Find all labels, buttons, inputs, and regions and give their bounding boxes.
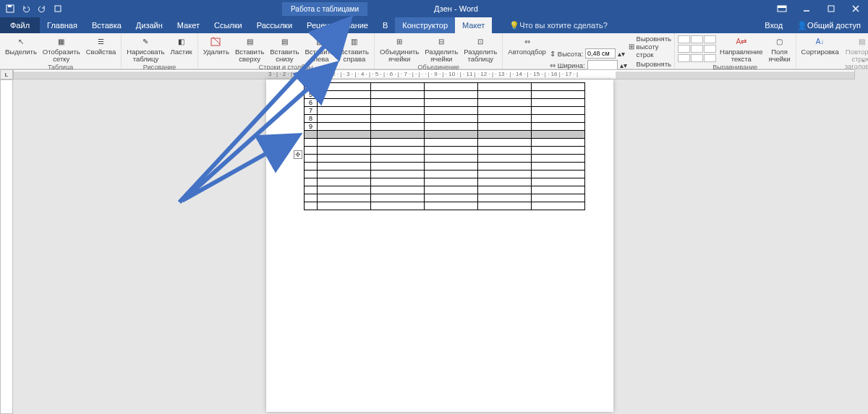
table-cell[interactable] [425,123,478,131]
row-number-cell[interactable] [305,178,318,186]
table-row[interactable] [305,163,585,171]
table-cell[interactable] [532,171,585,178]
align-ml[interactable] [678,45,690,53]
table-row[interactable]: 4 [305,83,585,91]
table-cell[interactable] [371,131,425,139]
tab-view[interactable]: В [375,17,395,33]
align-mr[interactable] [704,45,716,53]
insert-left-button[interactable]: ▥Вставить слева [302,35,336,63]
save-icon[interactable] [4,3,16,14]
table-cell[interactable] [371,99,425,107]
table-cell[interactable] [318,155,371,163]
table-cell[interactable] [478,194,532,202]
tab-insert[interactable]: Вставка [85,17,129,33]
table-cell[interactable] [371,202,425,210]
table-cell[interactable] [318,202,371,210]
tab-file[interactable]: Файл [0,17,40,33]
width-input[interactable] [587,60,618,70]
table-cell[interactable] [532,123,585,131]
table-cell[interactable] [478,91,532,99]
table-row[interactable] [305,194,585,202]
table-cell[interactable] [318,147,371,155]
table-row[interactable]: 9 [305,123,585,131]
table-cell[interactable] [425,155,478,163]
table-cell[interactable] [532,202,585,210]
table-cell[interactable] [425,107,478,115]
align-tr[interactable] [704,35,716,43]
table-cell[interactable] [318,171,371,178]
align-mc[interactable] [691,45,703,53]
redo-icon[interactable] [36,3,48,14]
table-cell[interactable] [318,99,371,107]
table-cell[interactable] [371,147,425,155]
table-cell[interactable] [318,91,371,99]
minimize-icon[interactable] [794,0,819,17]
properties-button[interactable]: ☰Свойства [84,35,119,63]
table-row[interactable] [305,202,585,210]
table-cell[interactable] [371,107,425,115]
login-link[interactable]: Вход [757,17,790,33]
row-number-cell[interactable]: 6 [305,99,318,107]
row-number-cell[interactable] [305,131,318,139]
table-cell[interactable] [478,139,532,147]
tab-table-layout[interactable]: Макет [455,17,492,33]
split-cells-button[interactable]: ⊟Разделить ячейки [422,35,460,63]
collapse-ribbon-icon[interactable]: ˄ [861,59,865,67]
tab-mailings[interactable]: Рассылки [250,17,299,33]
tab-references[interactable]: Ссылки [207,17,250,33]
table-cell[interactable] [371,139,425,147]
table-row[interactable] [305,171,585,178]
align-bl[interactable] [678,54,690,62]
merge-cells-button[interactable]: ⊞Объединить ячейки [378,35,421,63]
table-cell[interactable] [532,83,585,91]
text-direction-button[interactable]: A⇄Направление текста [718,35,765,63]
table-row[interactable] [305,139,585,147]
table-cell[interactable] [371,91,425,99]
table-cell[interactable] [318,123,371,131]
gridlines-button[interactable]: ▦Отобразить сетку [41,35,82,63]
table-cell[interactable] [425,139,478,147]
table-cell[interactable] [478,186,532,194]
table-cell[interactable] [478,107,532,115]
share-button[interactable]: 👤 Общий доступ [790,17,868,33]
table-cell[interactable] [532,147,585,155]
table-row[interactable] [305,147,585,155]
table-cell[interactable] [425,171,478,178]
row-number-cell[interactable] [305,171,318,178]
insert-below-button[interactable]: ▤Вставить снизу [268,35,301,63]
table-cell[interactable] [478,99,532,107]
sort-button[interactable]: A↓Сортировка [799,35,841,70]
table-cell[interactable] [318,131,371,139]
row-number-cell[interactable] [305,139,318,147]
row-number-cell[interactable] [305,194,318,202]
row-number-cell[interactable]: 7 [305,107,318,115]
row-number-cell[interactable]: 8 [305,115,318,123]
align-br[interactable] [704,54,716,62]
tab-review[interactable]: Рецензирование [299,17,375,33]
table-move-handle[interactable]: ✥ [294,150,302,159]
table-cell[interactable] [532,131,585,139]
table-cell[interactable] [371,115,425,123]
table-cell[interactable] [371,178,425,186]
table-cell[interactable] [318,139,371,147]
insert-above-button[interactable]: ▤Вставить сверху [233,35,266,63]
tab-design[interactable]: Дизайн [129,17,170,33]
table-cell[interactable] [532,186,585,194]
table-cell[interactable] [425,178,478,186]
table-cell[interactable] [478,163,532,171]
touch-mode-icon[interactable] [52,3,64,14]
table-row[interactable] [305,155,585,163]
table-cell[interactable] [371,163,425,171]
align-tc[interactable] [691,35,703,43]
table-cell[interactable] [478,155,532,163]
ribbon-options-icon[interactable] [770,0,794,17]
table-cell[interactable] [425,202,478,210]
tab-home[interactable]: Главная [40,17,85,33]
table-row[interactable]: 7 [305,107,585,115]
delete-button[interactable]: Удалить [201,35,231,63]
table-cell[interactable] [478,123,532,131]
insert-right-button[interactable]: ▥Вставить справа [338,35,371,63]
table-cell[interactable] [318,186,371,194]
undo-icon[interactable] [20,3,32,14]
height-input[interactable] [585,48,616,59]
